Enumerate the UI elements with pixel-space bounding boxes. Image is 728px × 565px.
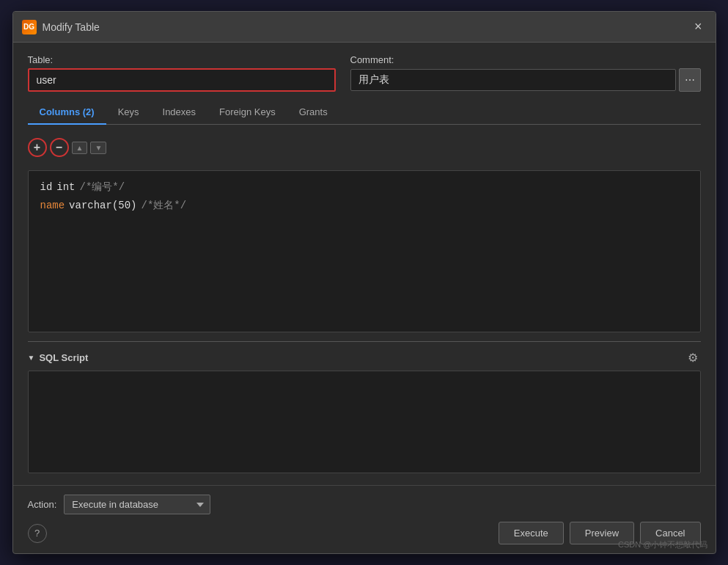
sql-section: ▼ SQL Script ⚙ (28, 341, 701, 473)
tab-keys[interactable]: Keys (106, 101, 151, 125)
execute-button[interactable]: Execute (499, 522, 564, 544)
sql-settings-button[interactable]: ⚙ (685, 349, 701, 366)
title-bar: DG Modify Table × (13, 12, 716, 43)
help-button[interactable]: ? (28, 524, 47, 543)
app-icon: DG (22, 20, 37, 34)
comment-label: Comment: (350, 54, 701, 65)
comment-input[interactable] (350, 69, 676, 91)
button-row: ? Execute Preview Cancel (28, 522, 701, 544)
comment-input-row: ⋯ (350, 68, 701, 92)
col-type-id: int (56, 178, 75, 197)
action-label: Action: (28, 499, 57, 510)
table-row: id int /*编号*/ (40, 178, 688, 197)
remove-column-button[interactable]: − (50, 138, 69, 157)
comment-expand-button[interactable]: ⋯ (679, 68, 701, 92)
add-column-button[interactable]: + (28, 138, 47, 157)
title-bar-left: DG Modify Table (22, 20, 100, 34)
dialog-footer: Action: Execute in database Save to file… (13, 485, 716, 553)
comment-group: Comment: ⋯ (350, 54, 701, 92)
sql-header: ▼ SQL Script ⚙ (28, 349, 701, 366)
action-select[interactable]: Execute in database Save to file Copy to… (64, 495, 210, 514)
sql-section-label: SQL Script (39, 352, 88, 363)
col-comment-id: /*编号*/ (80, 178, 125, 197)
dialog-body: Table: Comment: ⋯ Columns (2) Keys Index… (13, 43, 716, 485)
col-comment-name: /*姓名*/ (141, 197, 187, 215)
columns-toolbar: + − ▲ ▼ (28, 134, 701, 161)
table-label: Table: (28, 54, 336, 65)
table-group: Table: (28, 54, 336, 92)
tab-indexes[interactable]: Indexes (151, 101, 208, 125)
col-type-name: varchar(50) (69, 197, 136, 215)
table-input[interactable] (28, 68, 336, 92)
sql-editor-area[interactable] (28, 371, 701, 473)
dialog-title: Modify Table (43, 21, 100, 33)
sql-collapse-arrow[interactable]: ▼ (28, 354, 35, 362)
move-down-button[interactable]: ▼ (90, 142, 106, 154)
columns-editor[interactable]: id int /*编号*/ name varchar(50) /*姓名*/ (28, 170, 701, 332)
tab-foreign-keys[interactable]: Foreign Keys (207, 101, 287, 125)
modify-table-dialog: DG Modify Table × Table: Comment: ⋯ (12, 11, 716, 554)
tab-columns[interactable]: Columns (2) (28, 101, 106, 125)
col-name-id: id (40, 178, 53, 197)
tab-grants[interactable]: Grants (287, 101, 339, 125)
watermark: CSDN @小钟不想敲代码 (618, 539, 707, 550)
table-row: name varchar(50) /*姓名*/ (40, 197, 688, 215)
tabs-bar: Columns (2) Keys Indexes Foreign Keys Gr… (28, 101, 701, 125)
col-name-name: name (40, 197, 65, 215)
form-row: Table: Comment: ⋯ (28, 54, 701, 92)
move-up-button[interactable]: ▲ (72, 142, 88, 154)
close-button[interactable]: × (690, 18, 707, 36)
action-row: Action: Execute in database Save to file… (28, 495, 701, 514)
sql-title-row: ▼ SQL Script (28, 352, 89, 363)
